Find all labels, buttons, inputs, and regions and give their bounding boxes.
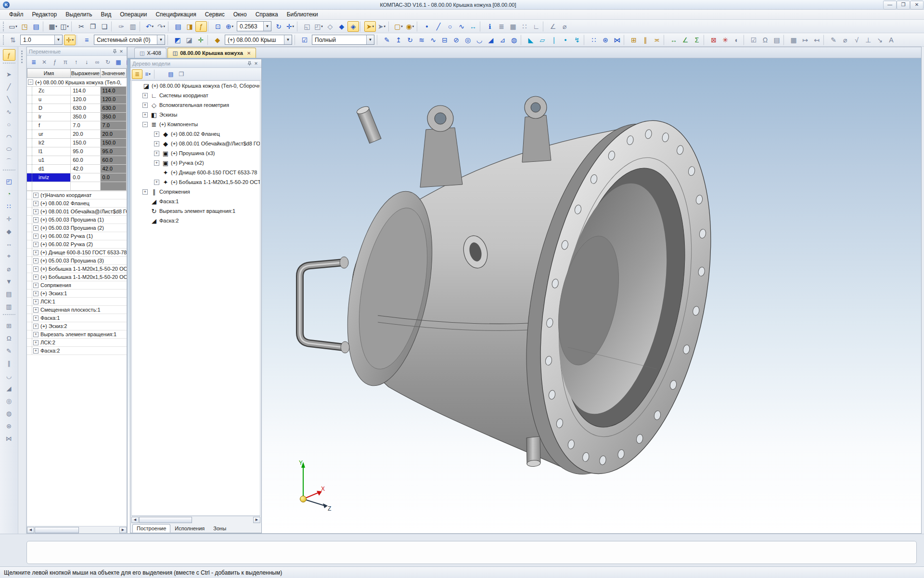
arrays-icon[interactable]: ∷: [3, 200, 15, 212]
step-combo[interactable]: 1.0 ▼: [20, 35, 63, 45]
tree-structure-icon[interactable]: ≣: [132, 69, 142, 79]
print-3d-icon[interactable]: ▦: [788, 35, 799, 45]
table-view-icon[interactable]: ▦: [113, 57, 124, 67]
cut-revolve-icon[interactable]: ⊘: [450, 35, 462, 45]
model-tree-item[interactable]: ◢ Фаска:1: [132, 197, 260, 206]
circle-icon[interactable]: ○: [3, 118, 15, 130]
variable-row[interactable]: Zc 114.0 114.0: [27, 87, 127, 95]
pattern-tool-icon[interactable]: ⊛: [3, 420, 15, 432]
expand-icon[interactable]: +: [33, 242, 38, 247]
variables-tree-item[interactable]: + (+) Бобышка 1-1-М20х1,5-50-20 ОС: [27, 265, 127, 273]
variables-tree-item[interactable]: + (+) 08.00.02 Фланец: [27, 199, 127, 208]
sep[interactable]: [71, 21, 75, 32]
maximize-button[interactable]: ❐: [897, 1, 910, 9]
expand-icon[interactable]: [154, 180, 159, 185]
expand-icon[interactable]: +: [33, 217, 38, 223]
sep[interactable]: [388, 21, 392, 32]
current-part-combo[interactable]: (+) 08.00.00 Крыш ▼: [225, 35, 292, 45]
spec-document-icon[interactable]: ▤: [172, 21, 184, 32]
Спецификация[interactable]: Спецификация: [151, 10, 200, 19]
sep[interactable]: [207, 35, 211, 45]
curve-icon[interactable]: ∿: [3, 106, 15, 118]
combo-dropdown-icon[interactable]: ▼: [284, 35, 292, 44]
variables-tree-item[interactable]: + (+) Эскиз:2: [27, 322, 127, 330]
model-tree-tab[interactable]: Зоны: [209, 524, 231, 533]
zoom-fit-icon[interactable]: ⊡: [212, 21, 224, 32]
variable-row[interactable]: inviz 0.0 0.0: [27, 173, 127, 182]
rib-icon[interactable]: ⊿: [497, 35, 508, 45]
orientation-icon[interactable]: ◰: [313, 21, 324, 32]
column-header-name[interactable]: Имя: [27, 68, 71, 78]
ortho-mode-icon[interactable]: ∟: [530, 21, 542, 32]
rounding-icon[interactable]: ◡: [3, 370, 15, 381]
expand-icon[interactable]: [154, 151, 159, 156]
sheet-body-icon[interactable]: ◰: [3, 175, 15, 187]
link-variable-icon[interactable]: ∞: [92, 57, 103, 67]
model-tree-hscrollbar[interactable]: ◀ ▶: [131, 516, 260, 523]
panel-splitter[interactable]: [18, 47, 26, 534]
print-preview-icon[interactable]: ◫: [59, 21, 70, 32]
edit-context-icon[interactable]: ◪: [183, 35, 195, 45]
pin-icon[interactable]: [111, 48, 118, 54]
display-mode-icon[interactable]: ☑: [299, 35, 310, 45]
sep[interactable]: [208, 21, 211, 32]
combo-dropdown-icon[interactable]: ▼: [54, 35, 62, 44]
expand-icon[interactable]: [154, 141, 159, 146]
draft-icon[interactable]: ◣: [525, 35, 537, 45]
expand-icon[interactable]: [142, 189, 148, 195]
scroll-right-icon[interactable]: ▶: [253, 517, 260, 523]
variables-tree-item[interactable]: + Сопряжения: [27, 281, 127, 289]
line-tool-icon[interactable]: ╱: [433, 21, 444, 32]
Выделить[interactable]: Выделить: [61, 10, 96, 19]
pin-icon[interactable]: [246, 60, 253, 66]
scroll-right-icon[interactable]: ▶: [119, 527, 127, 533]
sep[interactable]: [744, 35, 747, 45]
fx-icon[interactable]: ƒ: [50, 57, 60, 67]
variable-row[interactable]: f 7.0 7.0: [27, 121, 127, 130]
expand-icon[interactable]: +: [33, 275, 38, 280]
variables-tree-item[interactable]: + (+) 05.00.03 Проушина (2): [27, 224, 127, 232]
exploded-view-icon[interactable]: ✳: [719, 35, 731, 45]
zoom-area-icon[interactable]: ⊕: [224, 21, 235, 32]
chamfer-tool-icon[interactable]: ◢: [3, 382, 15, 394]
expand-icon[interactable]: +: [33, 209, 38, 214]
close-icon[interactable]: ✕: [253, 60, 259, 66]
plane-icon[interactable]: ▱: [537, 35, 548, 45]
expand-icon[interactable]: +: [33, 299, 38, 304]
sep[interactable]: [664, 35, 667, 45]
tree-composition-icon[interactable]: ≡: [142, 69, 153, 79]
Редактор[interactable]: Редактор: [28, 10, 62, 19]
copy-icon[interactable]: ❐: [87, 21, 99, 32]
mate-icon[interactable]: ∥: [640, 35, 651, 45]
model-tree-toggle-icon[interactable]: ≣: [496, 21, 507, 32]
sep[interactable]: [297, 21, 300, 32]
var-tree-icon[interactable]: ≣: [28, 57, 39, 67]
expand-icon[interactable]: +: [33, 283, 38, 288]
annotation-icon[interactable]: ✎: [828, 35, 839, 45]
axis-icon[interactable]: ∣: [548, 35, 560, 45]
hide-objects-icon[interactable]: ▢: [393, 21, 404, 32]
print-icon[interactable]: ▦: [47, 21, 59, 32]
variables-hscrollbar[interactable]: ◀ ▶: [27, 526, 127, 533]
cut-icon[interactable]: ✂: [76, 21, 87, 32]
variables-panel-icon[interactable]: ƒ: [3, 49, 15, 61]
rotate-view-icon[interactable]: ◱: [301, 21, 313, 32]
pattern-circular-icon[interactable]: ⊛: [600, 35, 611, 45]
Вид[interactable]: Вид: [97, 10, 116, 19]
datum-icon[interactable]: ⊥: [862, 35, 874, 45]
3d-viewport[interactable]: Y X Z Дерево модели ✕ ≣≡▤❐: [128, 58, 921, 533]
Файл[interactable]: Файл: [5, 10, 28, 19]
expand-icon[interactable]: +: [33, 266, 38, 272]
layers-icon[interactable]: ≡: [81, 35, 92, 45]
display-mode-combo[interactable]: Полный ▼: [312, 35, 374, 45]
sketch-mode-icon[interactable]: ◩: [172, 35, 183, 45]
dimension-tool-icon[interactable]: ↔: [467, 21, 479, 32]
lamp-visibility-icon[interactable]: ◉: [404, 21, 416, 32]
shell-tool-icon[interactable]: ◍: [3, 407, 15, 419]
measure-diameter-icon[interactable]: ⌀: [559, 21, 570, 32]
tree-copy-icon[interactable]: ❐: [176, 69, 187, 79]
model-tree-tab[interactable]: Построение: [132, 524, 170, 533]
circle-tool-icon[interactable]: ○: [444, 21, 456, 32]
new-document-icon[interactable]: ▭: [7, 21, 19, 32]
library-icon[interactable]: ▤: [771, 35, 783, 45]
